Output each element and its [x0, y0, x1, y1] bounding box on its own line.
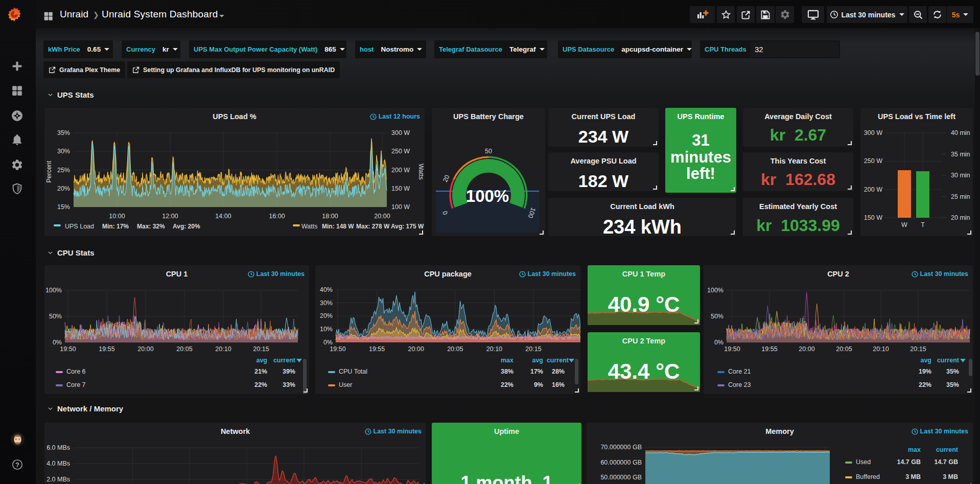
svg-text:3 MB: 3 MB [905, 473, 921, 480]
svg-text:200 W: 200 W [864, 186, 882, 193]
svg-text:22%: 22% [254, 381, 267, 388]
svg-text:0%: 0% [714, 339, 724, 346]
svg-text:avg: avg [256, 357, 267, 364]
svg-text:Watts: Watts [417, 164, 425, 179]
svg-text:19:55: 19:55 [369, 345, 385, 353]
svg-text:100 W: 100 W [391, 203, 410, 211]
svg-text:60.000000 GB: 60.000000 GB [600, 459, 642, 466]
svg-text:20:15: 20:15 [525, 345, 541, 353]
svg-text:19:50: 19:50 [330, 345, 345, 353]
svg-text:38%: 38% [501, 368, 514, 375]
svg-text:20:10: 20:10 [873, 345, 889, 353]
svg-text:20:15: 20:15 [253, 345, 269, 353]
svg-text:9%: 9% [534, 381, 543, 388]
svg-text:Percent: Percent [45, 160, 53, 183]
svg-text:20:05: 20:05 [836, 345, 852, 353]
svg-text:35%: 35% [946, 381, 959, 388]
svg-text:Max: 32%: Max: 32% [137, 223, 165, 230]
svg-text:2.0 MBs: 2.0 MBs [46, 476, 70, 483]
svg-text:Used: Used [856, 458, 871, 466]
svg-text:17%: 17% [530, 368, 543, 375]
svg-text:300 W: 300 W [864, 129, 882, 136]
svg-text:?: ? [15, 461, 19, 469]
svg-text:100%: 100% [466, 187, 509, 205]
svg-text:4.0 MBs: 4.0 MBs [46, 460, 70, 467]
svg-text:avg: avg [532, 357, 543, 364]
svg-text:22%: 22% [919, 381, 931, 388]
svg-text:20:10: 20:10 [215, 345, 231, 353]
svg-text:22%: 22% [501, 381, 514, 388]
svg-text:current: current [937, 357, 960, 364]
svg-text:70.000000 GB: 70.000000 GB [600, 444, 642, 451]
svg-text:20:00: 20:00 [374, 213, 390, 220]
svg-text:250 W: 250 W [391, 148, 410, 155]
svg-text:19:50: 19:50 [724, 345, 740, 353]
svg-text:19%: 19% [919, 368, 931, 375]
svg-text:28%: 28% [552, 368, 565, 375]
svg-text:18:00: 18:00 [322, 213, 338, 220]
svg-text:Avg: 175 W: Avg: 175 W [391, 223, 424, 230]
svg-text:50: 50 [485, 148, 492, 155]
svg-text:300 W: 300 W [391, 129, 410, 136]
svg-text:39%: 39% [283, 368, 295, 375]
svg-text:16:00: 16:00 [269, 213, 285, 220]
svg-text:6.0 MBs: 6.0 MBs [46, 444, 70, 451]
svg-text:14:00: 14:00 [215, 213, 231, 220]
svg-text:30%: 30% [320, 299, 333, 307]
svg-text:current: current [547, 357, 569, 364]
svg-text:T: T [921, 221, 925, 228]
svg-text:20:00: 20:00 [137, 345, 153, 353]
svg-text:max: max [908, 446, 921, 453]
svg-text:50%: 50% [49, 313, 62, 320]
svg-text:20:05: 20:05 [447, 345, 463, 353]
svg-text:Min: 17%: Min: 17% [102, 223, 129, 230]
svg-text:20:00: 20:00 [799, 345, 814, 353]
svg-text:W: W [901, 221, 907, 228]
svg-text:50%: 50% [711, 313, 724, 320]
svg-text:25%: 25% [57, 167, 70, 174]
svg-text:35 min: 35 min [951, 151, 970, 158]
svg-text:current: current [936, 446, 959, 453]
svg-text:200 W: 200 W [391, 167, 410, 174]
svg-text:19:55: 19:55 [99, 345, 114, 353]
svg-text:150 W: 150 W [864, 214, 882, 221]
svg-text:Min: 148 W: Min: 148 W [322, 223, 354, 230]
svg-text:20%: 20% [57, 185, 70, 192]
svg-text:10:00: 10:00 [109, 213, 125, 220]
svg-text:100%: 100% [45, 287, 62, 294]
svg-text:20:10: 20:10 [486, 345, 502, 353]
svg-text:User: User [339, 381, 352, 388]
svg-text:33%: 33% [283, 381, 295, 388]
svg-text:14.7 GB: 14.7 GB [897, 458, 921, 466]
svg-text:current: current [273, 357, 296, 364]
svg-text:15%: 15% [57, 203, 70, 211]
svg-text:20 min: 20 min [951, 214, 970, 221]
svg-text:CPU Total: CPU Total [339, 368, 367, 375]
svg-text:16%: 16% [552, 381, 565, 388]
svg-text:Core 21: Core 21 [728, 368, 751, 375]
svg-text:25 min: 25 min [951, 193, 970, 200]
svg-text:Core 23: Core 23 [728, 381, 751, 388]
svg-text:UPS Load: UPS Load [65, 223, 94, 230]
svg-text:21%: 21% [254, 368, 267, 375]
svg-text:40%: 40% [320, 286, 333, 293]
svg-text:30 min: 30 min [951, 172, 970, 179]
svg-text:50.000000 GB: 50.000000 GB [600, 474, 642, 481]
svg-text:20:05: 20:05 [176, 345, 192, 353]
svg-text:Core 6: Core 6 [66, 368, 86, 375]
svg-text:3 MB: 3 MB [943, 473, 958, 480]
svg-text:12:00: 12:00 [162, 213, 178, 220]
svg-text:Core 7: Core 7 [66, 381, 86, 388]
svg-text:30%: 30% [57, 148, 70, 155]
svg-text:20%: 20% [320, 312, 333, 319]
svg-text:20:15: 20:15 [910, 345, 926, 353]
svg-text:0%: 0% [53, 339, 62, 346]
svg-text:40 min: 40 min [951, 129, 970, 136]
svg-text:150 W: 150 W [391, 185, 410, 192]
svg-text:Buffered: Buffered [856, 473, 880, 480]
svg-text:100%: 100% [707, 287, 724, 294]
svg-text:19:55: 19:55 [761, 345, 777, 353]
svg-text:20: 20 [441, 174, 451, 183]
svg-text:0%: 0% [323, 339, 333, 346]
svg-text:Watts: Watts [301, 223, 317, 230]
